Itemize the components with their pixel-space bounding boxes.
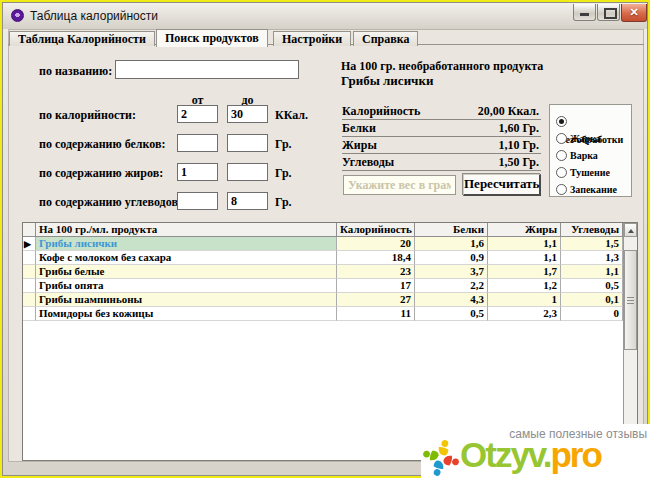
cell-carbs: 1,3 [561,251,623,265]
cell-calories: 20 [337,237,415,251]
info-row-calories: Калорийность 20,00 Ккал. [342,103,541,120]
radio-icon [556,167,567,178]
info-label: Калорийность [342,104,420,119]
protein-unit: Гр. [275,137,292,152]
cell-carbs: 1,5 [561,237,623,251]
name-filter-label: по названию: [39,64,112,79]
cell-calories: 23 [337,265,415,279]
carb-unit: Гр. [275,195,292,210]
brand-green-part: Otzyv. [460,435,550,474]
minimize-icon [580,13,589,16]
header-fat[interactable]: Жиры [488,223,561,237]
row-indicator-cell [23,307,36,321]
cell-fat: 1,1 [488,237,561,251]
weight-input[interactable] [343,175,456,195]
table-row[interactable]: Кофе с молоком без сахара 18,4 0,9 1,1 1… [23,251,637,265]
cell-calories: 27 [337,293,415,307]
arrow-up-icon [628,229,634,233]
cell-protein: 0,9 [415,251,488,265]
table-row[interactable]: Грибы шампиньоны 27 4,3 1 0,1 [23,293,637,307]
product-info-header: На 100 гр. необработанного продукта [341,59,543,74]
close-button[interactable]: ✕ [621,4,647,22]
info-label: Жиры [342,138,377,153]
row-indicator-cell [23,265,36,279]
scrollbar-grip-icon [627,297,634,304]
calorie-unit: ККал. [275,108,308,123]
info-label: Белки [342,121,376,136]
cell-carbs: 0,5 [561,279,623,293]
scroll-up-button[interactable] [624,223,637,237]
cell-fat: 1,2 [488,279,561,293]
fat-filter-label: по содержанию жиров: [39,166,163,181]
table-row[interactable]: ▶ Грибы лисички 20 1,6 1,1 1,5 [23,237,637,251]
tab-settings[interactable]: Настройки [273,31,351,46]
protein-from-input[interactable] [177,134,218,152]
protein-to-input[interactable] [227,134,268,152]
cell-fat: 1,7 [488,265,561,279]
row-indicator-cell [23,279,36,293]
cell-product: Грибы шампиньоны [36,293,337,307]
calorie-filter-label: по калорийности: [39,108,136,123]
cell-product: Помидоры без кожицы [36,307,337,321]
radio-frying[interactable]: Жарка [556,128,601,140]
fat-from-input[interactable] [177,163,218,181]
cell-calories: 11 [337,307,415,321]
tab-calorie-table[interactable]: Таблица Калорийности [9,31,155,46]
info-value: 1,50 Гр. [498,155,539,170]
header-calories[interactable]: Калорийность [337,223,415,237]
table-row[interactable]: Грибы белые 23 3,7 1,7 1,1 [23,265,637,279]
cell-calories: 17 [337,279,415,293]
name-filter-input[interactable] [115,60,299,79]
tab-product-search[interactable]: Поиск продуктов [156,29,268,47]
calorie-from-input[interactable] [177,105,218,123]
header-product[interactable]: На 100 гр./мл. продукта [36,223,337,237]
recalculate-button[interactable]: Пересчитать [463,174,541,196]
header-protein[interactable]: Белки [415,223,488,237]
cell-protein: 3,7 [415,265,488,279]
scrollbar-thumb[interactable] [624,250,637,350]
tab-help[interactable]: Справка [353,31,418,46]
info-value: 20,00 Ккал. [478,104,539,119]
cell-product: Кофе с молоком без сахара [36,251,337,265]
row-indicator-cell [23,251,36,265]
window-title: Таблица калорийности [30,9,158,23]
info-label: Углеводы [342,155,394,170]
brand-orange-part: pro [550,435,600,474]
carb-to-input[interactable] [227,192,268,210]
cell-carbs: 1,1 [561,265,623,279]
app-icon [11,9,24,22]
info-row-fat: Жиры 1,10 Гр. [342,137,541,154]
info-row-carbs: Углеводы 1,50 Гр. [342,154,541,171]
processing-options-group: Без обработки Жарка Варка Тушение Запека… [549,104,632,197]
cell-carbs: 0,1 [561,293,623,307]
table-row[interactable]: Помидоры без кожицы 11 0,5 2,3 0 [23,307,637,321]
calorie-to-input[interactable] [227,105,268,123]
fat-to-input[interactable] [227,163,268,181]
app-window: Таблица калорийности ✕ Таблица Калорийно… [2,2,648,476]
radio-boiling[interactable]: Варка [556,145,598,157]
maximize-button[interactable] [597,4,620,21]
cell-fat: 2,3 [488,307,561,321]
table-row[interactable]: Грибы опята 17 2,2 1,2 0,5 [23,279,637,293]
fat-unit: Гр. [275,166,292,181]
cell-product: Грибы белые [36,265,337,279]
radio-stewing[interactable]: Тушение [556,162,610,174]
maximize-icon [604,8,617,19]
cell-calories: 18,4 [337,251,415,265]
header-carbs[interactable]: Углеводы [561,223,623,237]
row-indicator-cell [23,293,36,307]
carb-from-input[interactable] [177,192,218,210]
radio-baking[interactable]: Запекание [556,179,617,191]
title-bar[interactable]: Таблица калорийности ✕ [3,3,647,29]
cell-product: Грибы опята [36,279,337,293]
radio-no-processing[interactable]: Без обработки [556,111,631,123]
protein-filter-label: по содержанию белков: [39,137,166,152]
info-value: 1,10 Гр. [498,138,539,153]
cell-fat: 1 [488,293,561,307]
minimize-button[interactable] [573,4,596,21]
radio-icon [556,184,567,195]
cell-protein: 2,2 [415,279,488,293]
cell-protein: 0,5 [415,307,488,321]
table-header-row: На 100 гр./мл. продукта Калорийность Бел… [23,223,637,237]
cell-carbs: 0 [561,307,623,321]
